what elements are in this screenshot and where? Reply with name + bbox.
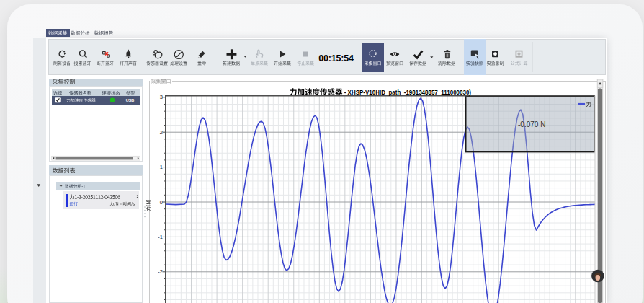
svg-text:2: 2 — [160, 129, 163, 136]
svg-text:00:15:54: 00:15:54 — [318, 53, 354, 63]
svg-text:3: 3 — [160, 94, 163, 100]
svg-text:-0.070 N: -0.070 N — [518, 120, 545, 128]
svg-text:- XHSP-V10HID_path_-1981348857: - XHSP-V10HID_path_-1981348857_111000030… — [343, 88, 472, 96]
svg-text:-2: -2 — [158, 268, 163, 275]
svg-text:USB: USB — [126, 98, 135, 102]
svg-text:-1: -1 — [158, 234, 163, 240]
svg-text:1: 1 — [160, 164, 163, 170]
svg-text:0: 0 — [160, 199, 163, 206]
